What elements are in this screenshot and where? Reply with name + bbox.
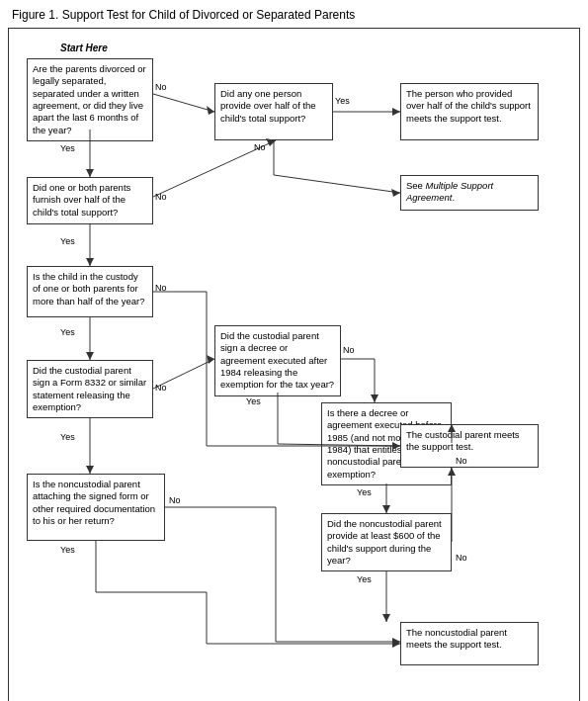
result-multiple-support: See Multiple Support Agreement. xyxy=(400,175,539,211)
label-box7-no: No xyxy=(456,456,467,466)
box-child-custody: Is the child in the custody of one or bo… xyxy=(27,266,153,317)
label-box8-no: No xyxy=(456,553,467,563)
label-box3-no: No xyxy=(155,283,167,293)
figure-title: Figure 1. Support Test for Child of Divo… xyxy=(8,8,580,22)
label-box9-yes: Yes xyxy=(60,545,75,555)
svg-marker-5 xyxy=(86,352,94,360)
label-box7-yes: Yes xyxy=(357,487,372,497)
box-parents-divorced: Are the parents divorced or legally sepa… xyxy=(27,58,153,141)
label-box6-no: No xyxy=(343,345,355,355)
start-label: Start Here xyxy=(60,43,108,53)
diagram-container: Start Here Are the parents divorced or l… xyxy=(8,28,580,701)
svg-marker-39 xyxy=(392,638,400,646)
label-box5-no: No xyxy=(254,142,266,152)
svg-marker-3 xyxy=(86,258,94,266)
label-box6-yes: Yes xyxy=(246,396,261,406)
result-custodial: The custodial parent meets the support t… xyxy=(400,424,539,468)
result-noncustodial: The noncustodial parent meets the suppor… xyxy=(400,622,539,665)
svg-marker-22 xyxy=(207,355,214,364)
svg-marker-11 xyxy=(392,108,400,116)
svg-marker-44 xyxy=(392,640,400,648)
box-noncustodial-600: Did the noncustodial parent provide at l… xyxy=(321,513,452,571)
svg-marker-35 xyxy=(382,614,390,622)
svg-marker-14 xyxy=(391,189,400,197)
svg-line-13 xyxy=(274,175,400,193)
result-over-half: The person who provided over half of the… xyxy=(400,83,539,140)
svg-marker-1 xyxy=(86,169,94,177)
svg-marker-7 xyxy=(207,106,214,115)
box-parents-furnish: Did one or both parents furnish over hal… xyxy=(27,177,153,224)
svg-marker-31 xyxy=(382,505,390,513)
label-box9-no: No xyxy=(169,495,181,505)
label-box2-box3-yes: Yes xyxy=(60,236,75,246)
box-attaching-form: Is the noncustodial parent attaching the… xyxy=(27,474,165,541)
svg-line-6 xyxy=(153,94,214,112)
label-box5-result1-yes: Yes xyxy=(335,96,350,106)
label-box1-box2-yes: Yes xyxy=(60,143,75,153)
label-box1-box5-no: No xyxy=(155,82,167,92)
box-one-person-half: Did any one person provide over half of … xyxy=(214,83,333,140)
label-box2-box5-no: No xyxy=(155,192,167,202)
label-box3-box4-yes: Yes xyxy=(60,327,75,337)
box-sign-form8332: Did the custodial parent sign a Form 833… xyxy=(27,360,153,418)
label-box4-box6-no: No xyxy=(155,383,167,393)
svg-marker-27 xyxy=(371,394,378,402)
svg-marker-20 xyxy=(86,466,94,474)
label-box4-box9-yes: Yes xyxy=(60,432,75,442)
label-box8-yes: Yes xyxy=(357,574,372,584)
box-decree-after-1984: Did the custodial parent sign a decree o… xyxy=(214,325,341,396)
